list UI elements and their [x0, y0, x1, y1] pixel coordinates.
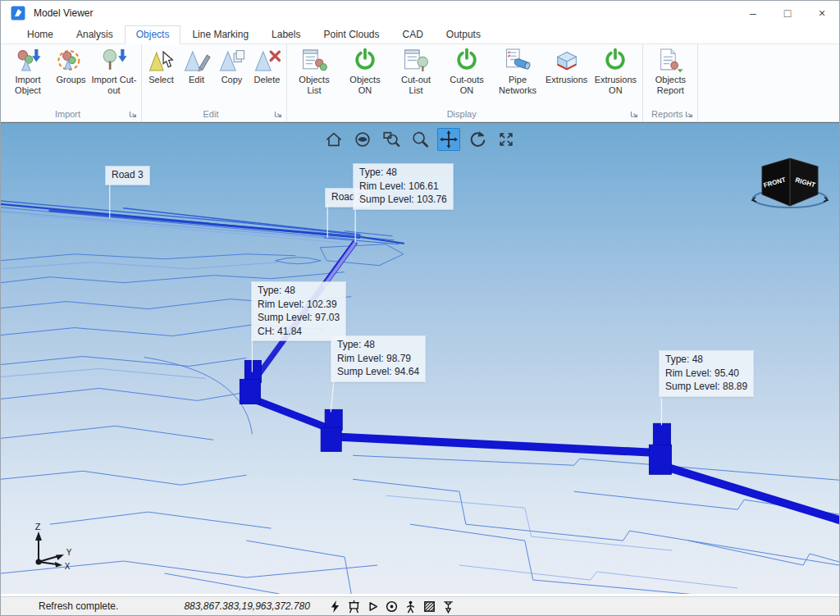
copy-button[interactable]: Copy: [214, 45, 249, 85]
axis-y-label: Y: [66, 548, 72, 557]
import-cutout-button[interactable]: Import Cut-out: [89, 45, 139, 95]
viewport-toolbar: [322, 128, 518, 151]
minimize-button[interactable]: –: [736, 1, 770, 25]
pipe-networks-button[interactable]: Pipe Networks: [492, 45, 543, 95]
zoom-extents-button[interactable]: [495, 128, 518, 151]
delete-button[interactable]: Delete: [249, 45, 285, 85]
extrusions-icon: [553, 48, 581, 73]
ribbon-group-import: Import Object Groups: [1, 44, 141, 121]
maximize-button[interactable]: □: [770, 1, 805, 25]
cursor-coordinates: 883,867.383,19,963,372.780: [184, 600, 309, 612]
objects-list-button[interactable]: Objects List: [289, 45, 340, 95]
objects-on-button[interactable]: Objects ON: [340, 45, 390, 95]
walking-person-icon: [404, 600, 418, 614]
model-viewer-window: Model Viewer – □ × Home Analysis Objects…: [0, 0, 840, 616]
ribbon-group-edit-footer: Edit: [144, 107, 285, 121]
cutouts-on-button[interactable]: Cut-outs ON: [441, 45, 492, 95]
copy-icon: [218, 48, 246, 73]
import-object-button[interactable]: Import Object: [2, 45, 53, 95]
road-label: Road 3: [106, 167, 149, 185]
status-message: Refresh complete.: [39, 600, 118, 612]
objects-on-icon: [351, 48, 379, 73]
pan-icon: [439, 130, 459, 149]
window-title: Model Viewer: [34, 7, 93, 19]
ribbon-tabbar: Home Analysis Objects Line Marking Label…: [1, 25, 839, 44]
plumb-tool-toggle[interactable]: [441, 599, 456, 614]
reports-dialog-launcher-icon[interactable]: [685, 110, 693, 118]
select-button[interactable]: Select: [144, 45, 179, 85]
contour-lines-light: [1, 262, 737, 588]
tab-point-clouds[interactable]: Point Clouds: [312, 25, 390, 44]
axis-z-label: Z: [35, 522, 41, 532]
tab-home[interactable]: Home: [16, 25, 65, 44]
eye-icon: [385, 600, 399, 614]
ribbon-group-import-footer: Import: [2, 107, 139, 121]
tab-cad[interactable]: CAD: [391, 25, 435, 44]
hatch-pattern-icon: [422, 600, 436, 614]
contour-lines: [1, 244, 839, 594]
tab-line-marking[interactable]: Line Marking: [180, 25, 260, 44]
view-cube[interactable]: FRONT RIGHT: [751, 154, 829, 213]
close-button[interactable]: ×: [805, 1, 839, 25]
window-controls: – □ ×: [736, 1, 839, 25]
zoom-icon: [410, 130, 430, 149]
ribbon-group-reports-footer: Reports: [645, 107, 696, 121]
plumb-tool-icon: [441, 600, 455, 614]
tab-outputs[interactable]: Outputs: [435, 25, 492, 44]
flash-icon: [328, 600, 342, 614]
status-bar: Refresh complete. 883,867.383,19,963,372…: [1, 596, 839, 615]
pan-button[interactable]: [437, 128, 460, 151]
pit-annotation: Type: 48 Rim Level: 98.79 Sump Level: 94…: [331, 336, 425, 381]
select-icon: [148, 48, 176, 73]
projector-screen-toggle[interactable]: [347, 599, 362, 614]
flash-toggle[interactable]: [328, 599, 343, 614]
groups-icon: [57, 48, 85, 73]
edit-dialog-launcher-icon[interactable]: [274, 110, 282, 118]
orbit-view-button[interactable]: [351, 128, 374, 151]
ribbon-group-display: Objects List Objects ON: [286, 44, 642, 121]
zoom-window-button[interactable]: [380, 128, 403, 151]
extrusions-button[interactable]: Extrusions: [543, 45, 590, 85]
ribbon-empty-area: [697, 44, 839, 121]
import-cutout-icon: [100, 48, 128, 73]
ribbon-group-reports: Objects Report Reports: [642, 44, 697, 121]
cutouts-on-icon: [453, 48, 481, 73]
delete-icon: [253, 48, 281, 73]
pit-annotation: Type: 48 Rim Level: 95.40 Sump Level: 88…: [660, 351, 753, 396]
rotate-view-button[interactable]: [466, 128, 489, 151]
play-toggle[interactable]: [366, 599, 381, 614]
extrusions-on-button[interactable]: Extrusions ON: [590, 45, 641, 95]
zoom-button[interactable]: [409, 128, 431, 151]
home-view-button[interactable]: [322, 128, 345, 151]
tab-labels[interactable]: Labels: [260, 25, 312, 44]
display-dialog-launcher-icon[interactable]: [630, 110, 638, 118]
objects-report-icon: [656, 48, 684, 73]
hatch-pattern-toggle[interactable]: [422, 599, 437, 614]
eye-toggle[interactable]: [385, 599, 399, 614]
pit-annotation: Type: 48 Rim Level: 106.61 Sump Level: 1…: [354, 164, 453, 209]
ribbon: Import Object Groups: [1, 43, 839, 122]
ribbon-group-edit: Select Edit Copy: [141, 44, 286, 121]
pipe-networks-icon: [504, 48, 532, 73]
model-3d-viewport[interactable]: Road 3 Road 2 Type: 48 Rim Level: 106.61…: [1, 122, 839, 594]
manhole: [240, 360, 261, 404]
ucs-axis-icon: Z Y X: [22, 522, 81, 573]
edit-button[interactable]: Edit: [179, 45, 214, 85]
zoom-extents-icon: [496, 130, 516, 149]
cutout-list-icon: [402, 48, 430, 73]
groups-button[interactable]: Groups: [53, 45, 89, 85]
zoom-window-icon: [381, 130, 401, 149]
label-leader-lines: [110, 184, 662, 425]
road-corridor-lines: [1, 201, 404, 244]
tab-analysis[interactable]: Analysis: [65, 25, 125, 44]
tab-objects[interactable]: Objects: [125, 25, 181, 44]
rotate-view-icon: [468, 130, 487, 149]
objects-report-button[interactable]: Objects Report: [645, 45, 696, 95]
window-titlebar: Model Viewer – □ ×: [1, 1, 839, 25]
import-dialog-launcher-icon[interactable]: [129, 110, 137, 118]
manhole: [321, 409, 342, 451]
import-object-icon: [14, 48, 42, 73]
app-logo-icon: [11, 6, 25, 21]
walking-person-toggle[interactable]: [404, 599, 418, 614]
cutout-list-button[interactable]: Cut-out List: [390, 45, 441, 95]
